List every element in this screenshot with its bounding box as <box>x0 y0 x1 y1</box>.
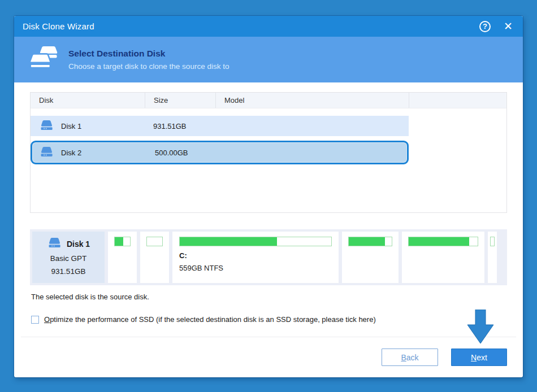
back-button-label: Back <box>401 353 418 362</box>
page-subtitle: Choose a target disk to clone the source… <box>68 62 229 71</box>
source-disk-name: Disk 1 <box>67 238 90 251</box>
table-header: Disk Size Model <box>31 93 506 108</box>
pointer-arrow-icon <box>467 310 494 346</box>
disk-drive-icon <box>39 146 54 159</box>
stacked-disks-icon <box>29 46 59 73</box>
footer-divider <box>21 337 516 337</box>
wizard-header: Select Destination Disk Choose a target … <box>14 37 523 82</box>
next-button-label: Next <box>471 353 487 362</box>
desktop-background: { "window": { "title": "Disk Clone Wizar… <box>0 0 537 392</box>
disk-size: 931.51GB <box>145 122 215 130</box>
table-row-disk1[interactable]: Disk 1 931.51GB <box>31 116 409 136</box>
help-icon[interactable]: ? <box>479 21 491 32</box>
column-header-model[interactable]: Model <box>215 93 409 108</box>
partition-block[interactable] <box>342 232 399 283</box>
disk-drive-icon <box>39 120 54 132</box>
table-row-disk2-selected[interactable]: Disk 2 500.00GB <box>31 141 409 164</box>
partition-usage-bar <box>179 237 332 246</box>
disk-clone-wizard-dialog: Disk Clone Wizard ? ✕ Select Destination… <box>14 16 523 377</box>
column-header-size[interactable]: Size <box>145 93 215 108</box>
disk-drive-icon <box>47 237 62 252</box>
partition-usage-bar <box>348 237 392 246</box>
partition-block[interactable] <box>108 232 137 283</box>
next-button[interactable]: Next <box>451 349 507 366</box>
ssd-optimize-option[interactable]: Optimize the performance of SSD (if the … <box>31 315 376 324</box>
page-title: Select Destination Disk <box>68 49 229 59</box>
title-bar[interactable]: Disk Clone Wizard ? ✕ <box>14 16 523 37</box>
source-disk-type: Basic GPT <box>50 252 87 265</box>
window-title: Disk Clone Wizard <box>23 21 94 31</box>
partition-size-fs: 559GB NTFS <box>179 264 332 272</box>
column-header-disk[interactable]: Disk <box>31 93 145 108</box>
ssd-optimize-label: Optimize the performance of SSD (if the … <box>44 315 376 324</box>
back-button[interactable]: Back <box>382 349 438 366</box>
partition-block-c[interactable]: C: 559GB NTFS <box>172 232 339 283</box>
partition-usage-bar <box>114 237 131 246</box>
source-disk-capacity: 931.51GB <box>51 265 86 278</box>
disk1-cell: Disk 1 <box>31 120 145 132</box>
partition-letter: C: <box>179 251 332 260</box>
table-body: Disk 1 931.51GB Disk 2 <box>31 108 506 164</box>
partition-block[interactable] <box>402 232 484 283</box>
partition-block[interactable] <box>488 232 497 283</box>
partition-usage-bar <box>490 237 495 246</box>
disk-name: Disk 1 <box>61 122 81 130</box>
close-icon[interactable]: ✕ <box>502 20 514 33</box>
disk2-cell: Disk 2 <box>32 146 146 159</box>
disk-size: 500.00GB <box>146 149 217 157</box>
column-header-empty <box>409 93 506 108</box>
disk-name: Disk 2 <box>61 149 81 157</box>
partition-usage-bar <box>408 237 478 246</box>
source-disk-note: The selected disk is the source disk. <box>31 293 149 301</box>
ssd-optimize-checkbox[interactable] <box>31 316 39 324</box>
partition-usage-bar <box>146 237 163 246</box>
wizard-header-text: Select Destination Disk Choose a target … <box>68 49 229 71</box>
partition-block[interactable] <box>140 232 169 283</box>
source-disk-info: Disk 1 Basic GPT 931.51GB <box>32 232 105 283</box>
source-disk-layout: Disk 1 Basic GPT 931.51GB C: 559GB NTFS <box>30 229 507 285</box>
destination-disk-table: Disk Size Model Disk 1 <box>30 92 507 213</box>
